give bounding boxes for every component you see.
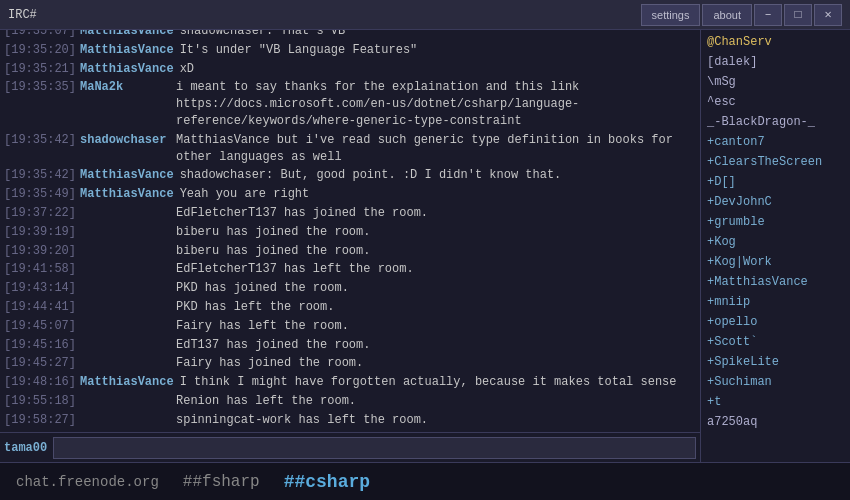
message-time: [19:48:16] <box>4 374 76 391</box>
message-time: [19:35:20] <box>4 42 76 59</box>
message-nick: MatthiasVance <box>80 374 174 391</box>
main-area: [19:34:49]shadowchaserMatthiasVance yeah… <box>0 30 850 462</box>
message-row: [19:58:27]spinningcat-work has left the … <box>0 411 700 430</box>
message-text: EdFletcherT137 has joined the room. <box>176 205 428 222</box>
message-text: shadowchaser: But, good point. :D I didn… <box>180 167 562 184</box>
channel-fsharp-label[interactable]: ##fsharp <box>183 473 260 491</box>
message-nick: MatthiasVance <box>80 167 174 184</box>
message-row: [19:35:42]shadowchaserMatthiasVance but … <box>0 131 700 167</box>
message-time: [19:37:22] <box>4 205 76 222</box>
user-item[interactable]: +Kog <box>701 232 850 252</box>
user-item[interactable]: [dalek] <box>701 52 850 72</box>
message-row: [19:39:20]biberu has joined the room. <box>0 242 700 261</box>
message-time: [19:35:49] <box>4 186 76 203</box>
close-button[interactable]: ✕ <box>814 4 842 26</box>
message-text: spinningcat-work has left the room. <box>176 412 428 429</box>
message-row: [19:37:22]EdFletcherT137 has joined the … <box>0 204 700 223</box>
message-time: [19:39:20] <box>4 243 76 260</box>
user-item[interactable]: +MatthiasVance <box>701 272 850 292</box>
maximize-button[interactable]: □ <box>784 4 812 26</box>
user-item[interactable]: \mSg <box>701 72 850 92</box>
message-text: shadowchaser: That's VB <box>180 30 346 40</box>
titlebar-controls: settings about – □ ✕ <box>641 4 842 26</box>
message-time: [19:35:42] <box>4 167 76 184</box>
message-nick-system <box>80 243 170 260</box>
titlebar: IRC# settings about – □ ✕ <box>0 0 850 30</box>
user-item[interactable]: +mniip <box>701 292 850 312</box>
message-row: [19:35:20]MatthiasVanceIt's under "VB La… <box>0 41 700 60</box>
message-nick-system <box>80 393 170 410</box>
userlist-container: @ChanServ[dalek]\mSg^esc_-BlackDragon-_+… <box>700 30 850 462</box>
message-row: [19:45:07]Fairy has left the room. <box>0 317 700 336</box>
input-area: tama00 <box>0 432 700 462</box>
message-time: [19:58:27] <box>4 412 76 429</box>
message-time: [19:41:58] <box>4 261 76 278</box>
message-time: [19:35:07] <box>4 30 76 40</box>
message-text: PKD has left the room. <box>176 299 334 316</box>
minimize-button[interactable]: – <box>754 4 782 26</box>
user-item[interactable]: +canton7 <box>701 132 850 152</box>
user-item[interactable]: +t <box>701 392 850 412</box>
message-list[interactable]: [19:34:49]shadowchaserMatthiasVance yeah… <box>0 30 700 432</box>
app-title: IRC# <box>8 8 37 22</box>
message-nick: MaNa2k <box>80 79 170 129</box>
user-item[interactable]: +Suchiman <box>701 372 850 392</box>
user-list[interactable]: @ChanServ[dalek]\mSg^esc_-BlackDragon-_+… <box>701 30 850 462</box>
message-nick-system <box>80 224 170 241</box>
bottombar: chat.freenode.org ##fsharp ##csharp <box>0 462 850 500</box>
settings-button[interactable]: settings <box>641 4 701 26</box>
message-text: Fairy has joined the room. <box>176 355 363 372</box>
user-item[interactable]: +grumble <box>701 212 850 232</box>
message-text: It's under "VB Language Features" <box>180 42 418 59</box>
message-row: [19:45:16]EdT137 has joined the room. <box>0 336 700 355</box>
message-time: [19:35:21] <box>4 61 76 78</box>
message-nick: shadowchaser <box>80 132 170 166</box>
message-row: [19:35:21]MatthiasVancexD <box>0 60 700 79</box>
user-item[interactable]: a7250aq <box>701 412 850 432</box>
message-nick-system <box>80 318 170 335</box>
message-text: xD <box>180 61 194 78</box>
message-text: biberu has joined the room. <box>176 243 370 260</box>
user-item[interactable]: @ChanServ <box>701 32 850 52</box>
message-nick: MatthiasVance <box>80 186 174 203</box>
user-item[interactable]: ^esc <box>701 92 850 112</box>
message-nick-system <box>80 280 170 297</box>
user-item[interactable]: +D[] <box>701 172 850 192</box>
message-nick-system <box>80 299 170 316</box>
message-time: [19:44:41] <box>4 299 76 316</box>
message-row: [19:41:58]EdFletcherT137 has left the ro… <box>0 260 700 279</box>
message-row: [19:48:16]MatthiasVanceI think I might h… <box>0 373 700 392</box>
message-input[interactable] <box>53 437 696 459</box>
chat-area: [19:34:49]shadowchaserMatthiasVance yeah… <box>0 30 700 462</box>
message-text: biberu has joined the room. <box>176 224 370 241</box>
message-nick: MatthiasVance <box>80 42 174 59</box>
message-text: PKD has joined the room. <box>176 280 349 297</box>
message-nick-system <box>80 355 170 372</box>
message-row: [19:35:49]MatthiasVanceYeah you are righ… <box>0 185 700 204</box>
user-item[interactable]: +opello <box>701 312 850 332</box>
user-item[interactable]: _-BlackDragon-_ <box>701 112 850 132</box>
current-nick: tama00 <box>4 441 47 455</box>
message-time: [19:55:18] <box>4 393 76 410</box>
message-text: Yeah you are right <box>180 186 310 203</box>
about-button[interactable]: about <box>702 4 752 26</box>
message-nick-system <box>80 261 170 278</box>
message-row: [19:35:42]MatthiasVanceshadowchaser: But… <box>0 166 700 185</box>
message-nick: MatthiasVance <box>80 30 174 40</box>
message-text: Fairy has left the room. <box>176 318 349 335</box>
server-label: chat.freenode.org <box>16 474 159 490</box>
message-nick-system <box>80 337 170 354</box>
channel-csharp-label[interactable]: ##csharp <box>284 472 370 492</box>
message-time: [19:43:14] <box>4 280 76 297</box>
message-row: [19:45:27]Fairy has joined the room. <box>0 354 700 373</box>
user-item[interactable]: +DevJohnC <box>701 192 850 212</box>
message-time: [19:45:27] <box>4 355 76 372</box>
message-text: i meant to say thanks for the explainati… <box>176 79 696 129</box>
user-item[interactable]: +SpikeLite <box>701 352 850 372</box>
message-time: [19:39:19] <box>4 224 76 241</box>
user-item[interactable]: +Kog|Work <box>701 252 850 272</box>
message-row: [19:35:07]MatthiasVanceshadowchaser: Tha… <box>0 30 700 41</box>
message-text: MatthiasVance but i've read such generic… <box>176 132 696 166</box>
user-item[interactable]: +ClearsTheScreen <box>701 152 850 172</box>
user-item[interactable]: +Scott` <box>701 332 850 352</box>
